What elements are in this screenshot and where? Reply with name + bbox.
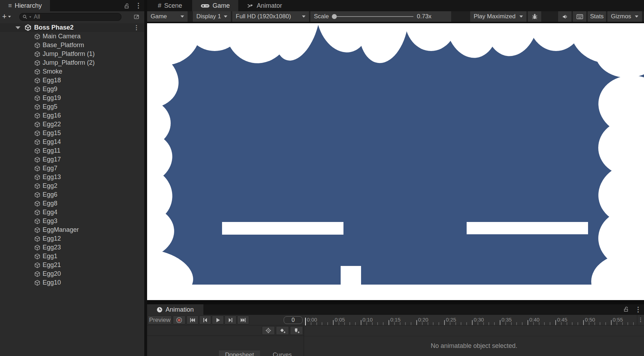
tab-animator[interactable]: Animator <box>238 0 291 11</box>
hierarchy-item[interactable]: Smoke <box>0 67 144 76</box>
hierarchy-item[interactable]: Egg8 <box>0 199 144 208</box>
hierarchy-item[interactable]: Egg19 <box>0 94 144 102</box>
scale-slider-knob[interactable] <box>332 14 337 19</box>
game-mode-dropdown[interactable]: Game <box>147 11 188 22</box>
hierarchy-item[interactable]: Egg4 <box>0 208 144 217</box>
gameobject-cube-icon <box>34 104 40 110</box>
chevron-down-icon <box>302 15 305 18</box>
hierarchy-item[interactable]: Egg23 <box>0 243 144 252</box>
display-dropdown[interactable]: Display 1 <box>193 11 231 22</box>
go-to-start-button[interactable] <box>187 316 198 324</box>
hierarchy-item[interactable]: Egg10 <box>0 278 144 287</box>
unity-editor-window: ≡ Hierarchy ⋮ # Scene Game Animator + <box>0 0 644 356</box>
play-button[interactable] <box>212 316 224 324</box>
stats-button[interactable]: Stats <box>588 11 606 22</box>
gameobject-name: Main Camera <box>43 33 81 40</box>
hierarchy-item[interactable]: Egg1 <box>0 252 144 261</box>
panel-divider[interactable] <box>144 0 147 356</box>
hierarchy-item[interactable]: Main Camera <box>0 32 144 41</box>
tab-hierarchy-label: Hierarchy <box>15 2 42 9</box>
preview-button[interactable]: Preview <box>148 316 172 324</box>
tab-animation[interactable]: Animation <box>147 304 203 315</box>
hierarchy-item[interactable]: Egg11 <box>0 146 144 155</box>
hierarchy-item[interactable]: Egg13 <box>0 173 144 182</box>
tab-dopesheet[interactable]: Dopesheet <box>219 350 260 356</box>
hierarchy-item[interactable]: Egg16 <box>0 111 144 120</box>
hierarchy-item[interactable]: Egg20 <box>0 269 144 278</box>
ruler-tick: 0:45 <box>555 315 583 325</box>
hierarchy-item[interactable]: Egg15 <box>0 129 144 138</box>
gameobject-cube-icon <box>34 148 40 154</box>
gizmos-dropdown[interactable]: Gizmos <box>607 11 642 22</box>
hierarchy-item[interactable]: Jump_Platform (2) <box>0 58 144 67</box>
add-event-icon <box>293 328 300 333</box>
search-filter-caret-icon <box>29 16 31 18</box>
frame-field[interactable] <box>284 316 303 324</box>
ruler-tick: 0:35 <box>500 315 528 325</box>
input-keyboard-button[interactable] <box>573 11 586 22</box>
hierarchy-item[interactable]: Egg5 <box>0 102 144 111</box>
hierarchy-item[interactable]: Egg14 <box>0 138 144 146</box>
go-to-end-button[interactable] <box>237 316 249 324</box>
hierarchy-search-field[interactable] <box>19 13 121 21</box>
chevron-down-icon <box>8 16 11 18</box>
game-viewport[interactable] <box>147 22 644 304</box>
chevron-down-icon <box>224 15 227 18</box>
scale-slider[interactable] <box>333 16 413 17</box>
record-button[interactable] <box>173 316 185 324</box>
animation-lock-icon[interactable] <box>623 306 629 312</box>
tab-scene[interactable]: # Scene <box>148 0 192 11</box>
timeline-ruler[interactable]: 0:000:050:100:150:200:250:300:350:400:45… <box>304 315 637 325</box>
hierarchy-item[interactable]: Egg18 <box>0 76 144 85</box>
gameobject-name: Egg16 <box>43 112 61 119</box>
gameobject-name: Egg7 <box>43 165 57 172</box>
hierarchy-item[interactable]: Egg6 <box>0 190 144 199</box>
tab-game[interactable]: Game <box>192 0 238 11</box>
tab-curves[interactable]: Curves <box>261 350 303 356</box>
gameobject-cube-icon <box>34 121 40 128</box>
hierarchy-item[interactable]: Egg12 <box>0 234 144 243</box>
scene-options-icon[interactable]: ⋮ <box>133 23 139 32</box>
debug-bug-button[interactable] <box>528 11 541 22</box>
hierarchy-root-row[interactable]: Boss Phase2 ⋮ <box>0 23 144 32</box>
tab-hierarchy[interactable]: ≡ Hierarchy <box>0 0 50 11</box>
hierarchy-item[interactable]: Egg2 <box>0 182 144 190</box>
ruler-menu-icon[interactable]: ⋮ <box>637 315 644 325</box>
ruler-tick: 0:25 <box>444 315 472 325</box>
hierarchy-item[interactable]: EggManager <box>0 225 144 234</box>
hierarchy-item[interactable]: Jump_Platform (1) <box>0 50 144 58</box>
resolution-dropdown[interactable]: Full HD (1920x1080) <box>232 11 309 22</box>
add-keyframe-button[interactable] <box>276 326 289 335</box>
hierarchy-panel-menu-icon[interactable]: ⋮ <box>135 0 142 11</box>
next-key-button[interactable] <box>225 316 236 324</box>
play-mode-dropdown[interactable]: Play Maximized <box>470 11 526 22</box>
gameobject-cube-icon <box>34 86 40 93</box>
hierarchy-lock-icon[interactable] <box>122 2 130 9</box>
hierarchy-item[interactable]: Egg7 <box>0 164 144 173</box>
create-object-button[interactable]: + <box>2 11 11 22</box>
hierarchy-item[interactable]: Egg22 <box>0 120 144 129</box>
playhead[interactable] <box>305 318 306 325</box>
animation-panel-menu-icon[interactable]: ⋮ <box>635 304 642 315</box>
foldout-expanded-icon[interactable] <box>15 26 20 29</box>
game-scene <box>147 23 644 300</box>
mute-audio-button[interactable] <box>558 11 572 22</box>
search-input[interactable] <box>33 13 118 20</box>
gameobject-name: Jump_Platform (1) <box>43 50 95 58</box>
filter-by-selection-button[interactable] <box>262 326 275 335</box>
speaker-icon <box>562 14 568 20</box>
sky-background <box>147 23 644 300</box>
hierarchy-item[interactable]: Egg3 <box>0 217 144 225</box>
hierarchy-item[interactable]: Egg21 <box>0 261 144 269</box>
chevron-down-icon <box>519 15 523 18</box>
add-event-button[interactable] <box>290 326 303 335</box>
hierarchy-item[interactable]: Egg9 <box>0 85 144 94</box>
hierarchy-item[interactable]: Base_Platform <box>0 41 144 50</box>
previous-key-button[interactable] <box>199 316 211 324</box>
hierarchy-item[interactable]: Egg17 <box>0 155 144 164</box>
timeline-body[interactable]: No animatable object selected. <box>304 325 644 356</box>
gameobject-name: Egg1 <box>43 253 57 260</box>
game-view-toolbar: Game Display 1 Full HD (1920x1080) Scale… <box>147 11 644 22</box>
open-search-window-icon[interactable] <box>132 13 141 20</box>
gameobject-name: Egg14 <box>43 138 61 146</box>
